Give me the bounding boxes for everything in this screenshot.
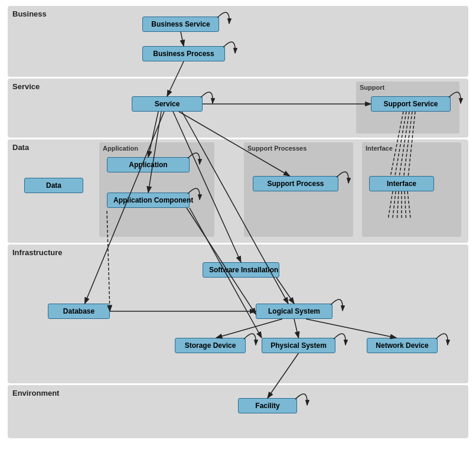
physical-system-node: Physical System	[262, 338, 335, 353]
service-layer: Service Support Service Support Service	[8, 79, 468, 138]
infrastructure-layer: Infrastructure Software Installation Dat…	[8, 245, 468, 383]
software-installation-node: Software Installation	[203, 262, 279, 278]
facility-node: Facility	[238, 398, 297, 413]
support-sublayer-label: Support	[360, 84, 384, 91]
network-device-node: Network Device	[367, 338, 438, 353]
support-process-node: Support Process	[253, 176, 338, 191]
service-layer-label: Service	[12, 82, 40, 91]
business-layer: Business Business Service Business Proce…	[8, 6, 468, 77]
diagram-container: Business Business Service Business Proce…	[8, 6, 468, 439]
data-layer: Data Application Support Processes Inter…	[8, 139, 468, 243]
environment-layer: Environment Facility	[8, 385, 468, 438]
database-node: Database	[48, 304, 110, 319]
environment-layer-label: Environment	[12, 389, 59, 397]
service-node: Service	[132, 96, 203, 112]
logical-system-node: Logical System	[256, 304, 332, 319]
data-node: Data	[24, 178, 83, 193]
infrastructure-layer-label: Infrastructure	[12, 248, 63, 257]
application-sublayer: Application	[99, 142, 214, 237]
business-process-node: Business Process	[142, 46, 225, 61]
interface-sublayer-label: Interface	[366, 145, 393, 152]
business-layer-label: Business	[12, 9, 47, 18]
application-sublayer-label: Application	[103, 145, 138, 152]
support-service-node: Support Service	[371, 96, 451, 112]
application-node: Application	[107, 157, 190, 172]
interface-node: Interface	[369, 176, 434, 191]
business-service-node: Business Service	[142, 17, 219, 32]
support-processes-sublayer-label: Support Processes	[247, 145, 307, 152]
data-layer-label: Data	[12, 143, 29, 152]
storage-device-node: Storage Device	[175, 338, 246, 353]
application-component-node: Application Component	[107, 193, 190, 208]
